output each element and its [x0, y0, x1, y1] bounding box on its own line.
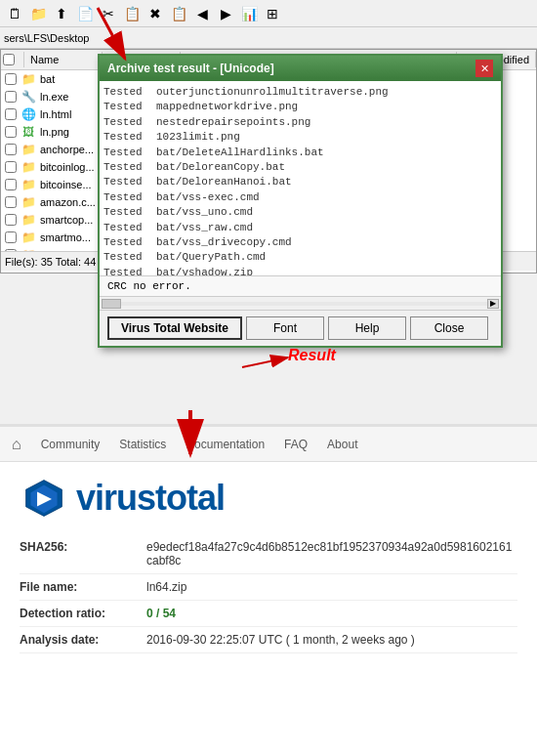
virustotal-nav: ⌂ Community Statistics Documentation FAQ…	[0, 427, 537, 462]
address-bar: sers\LFS\Desktop	[0, 27, 537, 49]
date-value: 2016-09-30 22:25:07 UTC ( 1 month, 2 wee…	[146, 633, 517, 647]
help-button[interactable]: Help	[328, 316, 406, 340]
log-row: Tested bat/vss_raw.cmd	[103, 221, 497, 235]
file-checkbox[interactable]	[5, 91, 17, 103]
dialog-buttons: Virus Total Website Font Help Close	[100, 311, 501, 346]
toolbar-btn-delete[interactable]: ✖	[145, 3, 166, 24]
nav-about[interactable]: About	[327, 438, 357, 451]
svg-text:▶: ▶	[37, 488, 52, 508]
archive-test-dialog: Archive test result - [Unicode] ✕ Tested…	[98, 54, 503, 348]
nav-statistics[interactable]: Statistics	[119, 438, 166, 451]
toolbar: 🗒 📁 ⬆ 📄 ✂ 📋 ✖ 📋 ◀ ▶ 📊 ⊞	[0, 0, 537, 27]
html-icon: 🌐	[21, 106, 36, 122]
log-row: Tested outerjunctionunrollmultitraverse.…	[103, 85, 497, 100]
file-checkbox[interactable]	[5, 144, 17, 155]
dialog-title: Archive test result - [Unicode]	[107, 62, 274, 75]
select-all-checkbox[interactable]	[3, 54, 15, 65]
log-row: Tested bat/vshadow.zip	[103, 266, 497, 276]
folder-icon: 📁	[21, 142, 36, 157]
folder-icon: 📁	[21, 230, 36, 245]
filename-row: File name: ln64.zip	[20, 574, 517, 601]
folder-icon: 📁	[21, 159, 36, 175]
logo-gray: virus	[76, 478, 155, 518]
log-row: Tested nestedrepairsepoints.png	[103, 115, 497, 130]
hscroll-track	[121, 302, 487, 306]
dialog-titlebar: Archive test result - [Unicode] ✕	[100, 56, 501, 81]
log-row: Tested mappednetworkdrive.png	[103, 100, 497, 114]
toolbar-btn-1[interactable]: 🗒	[4, 3, 25, 24]
virustotal-logo-text: virustotal	[76, 478, 225, 519]
filename-value: ln64.zip	[146, 580, 517, 594]
file-checkbox[interactable]	[5, 196, 17, 208]
hscroll-thumb[interactable]	[102, 299, 121, 309]
log-row: Tested bat/QueryPath.cmd	[103, 250, 497, 265]
date-label: Analysis date:	[20, 633, 146, 647]
toolbar-btn-fwd[interactable]: ▶	[215, 3, 236, 24]
home-icon[interactable]: ⌂	[12, 436, 21, 453]
file-checkbox[interactable]	[5, 179, 17, 190]
exe-icon: 🔧	[21, 89, 36, 105]
address-path: sers\LFS\Desktop	[4, 32, 89, 44]
status-text: File(s): 35 Total: 44	[5, 256, 96, 268]
detection-value: 0 / 54	[146, 607, 517, 620]
nav-faq[interactable]: FAQ	[284, 438, 308, 451]
folder-icon: 📁	[21, 71, 36, 87]
dialog-result-bar: CRC no error.	[100, 276, 501, 297]
toolbar-btn-back[interactable]: ◀	[191, 3, 213, 24]
sha256-value: e9edecf18a4fa27c9c4d6b8512ec81bf19523709…	[146, 540, 517, 567]
toolbar-btn-5[interactable]: 📋	[168, 3, 189, 24]
log-row: Tested bat/vss_uno.cmd	[103, 205, 497, 220]
result-annotation: Result	[288, 347, 336, 364]
log-row: Tested 1023limit.png	[103, 130, 497, 145]
img-icon: 🖼	[21, 124, 36, 140]
dialog-log: Tested outerjunctionunrollmultitraverse.…	[100, 81, 501, 276]
toolbar-btn-2[interactable]: 📁	[27, 3, 49, 24]
filename-label: File name:	[20, 580, 146, 594]
toolbar-btn-chart[interactable]: 📊	[238, 3, 260, 24]
sha256-label: SHA256:	[20, 540, 146, 554]
toolbar-btn-copy[interactable]: 📋	[121, 3, 143, 24]
close-button[interactable]: Close	[410, 316, 488, 340]
log-row: Tested bat/DeloreanHanoi.bat	[103, 175, 497, 189]
file-checkbox[interactable]	[5, 73, 17, 85]
file-checkbox[interactable]	[5, 214, 17, 226]
folder-icon: 📁	[21, 212, 36, 228]
detection-row: Detection ratio: 0 / 54	[20, 601, 517, 627]
folder-icon: 📁	[21, 194, 36, 210]
toolbar-btn-3[interactable]: ⬆	[51, 3, 72, 24]
col-header-name[interactable]: Name	[24, 52, 103, 67]
logo-blue: total	[155, 478, 225, 518]
file-checkbox[interactable]	[5, 161, 17, 173]
hscrollbar[interactable]: ▶	[100, 297, 501, 311]
virustotal-section: ⌂ Community Statistics Documentation FAQ…	[0, 424, 537, 756]
sha256-row: SHA256: e9edecf18a4fa27c9c4d6b8512ec81bf…	[20, 534, 517, 574]
log-row: Tested bat/vss-exec.cmd	[103, 190, 497, 205]
file-checkbox[interactable]	[5, 249, 17, 251]
virustotal-logo-icon: ▶	[20, 479, 68, 518]
nav-community[interactable]: Community	[41, 438, 101, 451]
dialog-result-text: CRC no error.	[107, 280, 191, 292]
folder-icon: 📁	[21, 177, 36, 192]
log-row: Tested bat/vss_drivecopy.cmd	[103, 235, 497, 250]
dialog-close-button[interactable]: ✕	[475, 60, 493, 77]
file-checkbox[interactable]	[5, 108, 17, 120]
folder-icon: 📁	[21, 247, 36, 251]
detection-label: Detection ratio:	[20, 607, 146, 620]
svg-line-7	[242, 357, 288, 367]
virustotal-header: ▶ virustotal	[0, 462, 537, 526]
date-row: Analysis date: 2016-09-30 22:25:07 UTC (…	[20, 627, 517, 653]
nav-documentation[interactable]: Documentation	[186, 438, 265, 451]
hscroll-right[interactable]: ▶	[487, 299, 499, 309]
toolbar-btn-4[interactable]: 📄	[74, 3, 96, 24]
toolbar-btn-grid[interactable]: ⊞	[262, 3, 283, 24]
virustotal-info: SHA256: e9edecf18a4fa27c9c4d6b8512ec81bf…	[0, 526, 537, 661]
log-row: Tested bat/DeleteAllHardlinks.bat	[103, 146, 497, 160]
virus-total-button[interactable]: Virus Total Website	[107, 316, 242, 340]
file-checkbox[interactable]	[5, 126, 17, 138]
font-button[interactable]: Font	[246, 316, 324, 340]
file-checkbox[interactable]	[5, 231, 17, 243]
log-row: Tested bat/DeloreanCopy.bat	[103, 160, 497, 175]
toolbar-btn-cut[interactable]: ✂	[98, 3, 119, 24]
